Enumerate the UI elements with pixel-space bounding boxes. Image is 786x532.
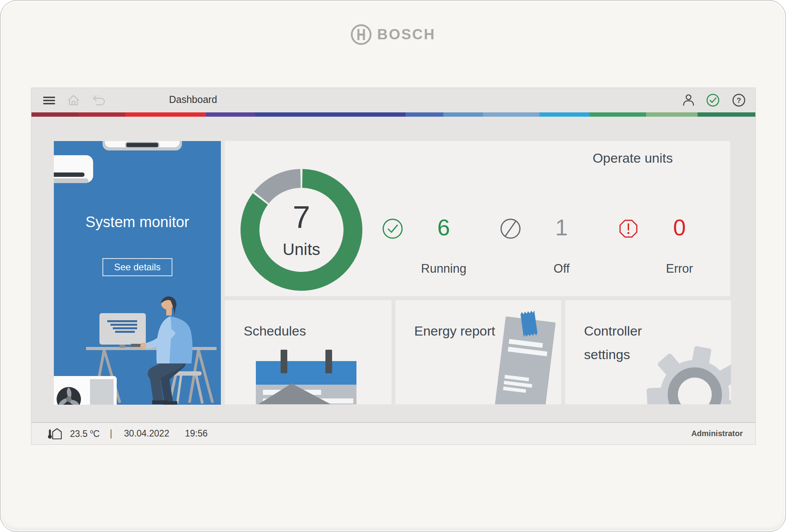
energy-report-document-icon — [395, 300, 561, 404]
operate-units-title: Operate units — [593, 150, 673, 166]
home-icon[interactable] — [66, 92, 81, 108]
energy-report-label: Energy report — [414, 319, 501, 343]
off-label: Off — [503, 261, 621, 277]
error-label: Error — [621, 261, 730, 277]
indoor-temperature-icon — [46, 427, 64, 440]
help-icon[interactable]: ? — [730, 92, 747, 109]
bosch-emblem-icon — [351, 24, 372, 45]
touch-screen: Dashboard ? — [31, 88, 756, 445]
system-monitor-title: System monitor — [54, 214, 221, 231]
temperature-value: 23.5 — [70, 428, 88, 438]
system-status-ok-icon[interactable] — [704, 92, 722, 109]
bosch-logo: BOSCH — [0, 24, 786, 45]
off-count: 1 — [514, 211, 609, 244]
control-panel-device: BOSCH Dashboard — [0, 0, 786, 532]
energy-report-tile[interactable]: Energy report — [395, 300, 561, 404]
page-title: Dashboard — [169, 94, 217, 105]
svg-text:?: ? — [736, 96, 741, 105]
menu-icon[interactable] — [41, 94, 57, 108]
units-donut-chart: 7 Units — [241, 169, 362, 291]
schedules-tile[interactable]: Schedules — [225, 300, 391, 404]
see-details-button[interactable]: See details — [102, 258, 173, 276]
donut-center: 7 Units — [241, 169, 362, 291]
schedules-label: Schedules — [244, 319, 330, 343]
running-label: Running — [385, 261, 503, 277]
temperature-reading: 23.5 oC — [70, 428, 100, 439]
calendar-icon — [225, 300, 391, 404]
user-icon[interactable] — [681, 92, 696, 108]
system-monitor-card[interactable]: System monitor See details — [54, 141, 221, 405]
error-count: 0 — [632, 211, 727, 244]
status-time: 19:56 — [185, 428, 208, 439]
units-label: Units — [283, 240, 320, 259]
back-undo-icon[interactable] — [91, 92, 107, 108]
units-total: 7 — [293, 201, 310, 234]
top-bar: Dashboard ? — [31, 88, 755, 112]
bosch-supergraphic-stripe — [31, 112, 755, 117]
operate-units-panel[interactable]: Operate units 7 Units 6 Running — [225, 141, 730, 296]
controller-settings-label: Controller settings — [584, 319, 670, 366]
logged-in-user: Administrator — [691, 429, 743, 438]
temperature-unit: C — [93, 428, 100, 438]
degree-symbol: o — [90, 428, 93, 435]
status-bar: 23.5 oC | 30.04.2022 19:56 Administrator — [31, 422, 755, 444]
status-date: 30.04.2022 — [124, 428, 169, 439]
controller-settings-tile[interactable]: Controller settings — [565, 300, 731, 404]
brand-name: BOSCH — [377, 26, 436, 43]
status-separator: | — [110, 428, 112, 439]
running-count: 6 — [397, 211, 491, 244]
